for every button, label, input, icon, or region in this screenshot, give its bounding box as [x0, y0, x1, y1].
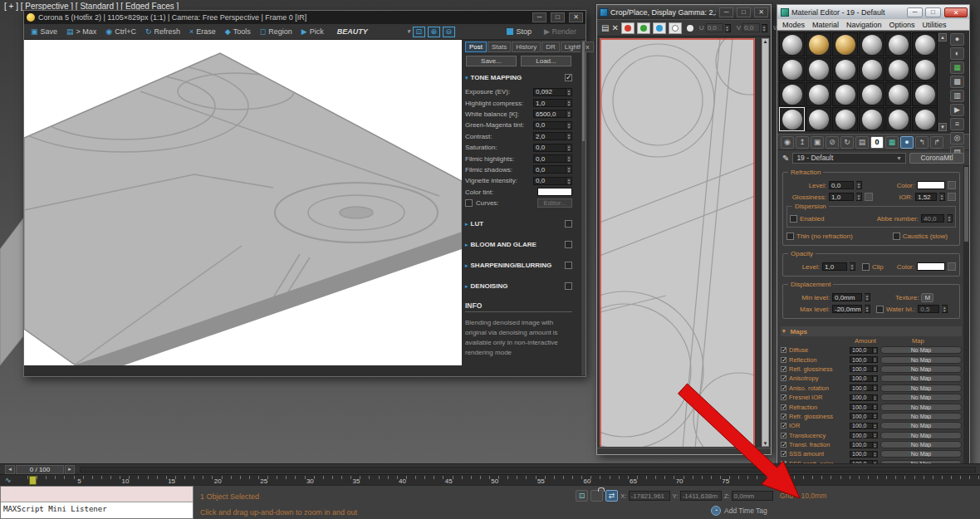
map-slot-button[interactable]: No Map — [880, 356, 962, 364]
map-amount-field[interactable]: 100,0 — [850, 432, 873, 438]
track-bar[interactable]: ∿ 051015202530354045505560657075 — [0, 474, 980, 485]
map-enable-checkbox[interactable] — [781, 385, 786, 391]
displacement-min-field[interactable]: 0,0mm — [832, 293, 862, 301]
maximize-button[interactable]: □ — [925, 7, 941, 17]
map-slot-button[interactable]: No Map — [880, 432, 962, 439]
material-sample-slot[interactable] — [832, 82, 858, 106]
caustics-checkbox[interactable] — [893, 233, 900, 240]
background-icon[interactable]: ▦ — [950, 61, 964, 74]
corona-tab[interactable]: History — [512, 42, 541, 52]
corona-tab[interactable]: Post — [465, 42, 487, 52]
spinner-arrows[interactable] — [873, 451, 878, 458]
map-amount-field[interactable]: 100,0 — [850, 404, 873, 410]
opacity-level-field[interactable]: 1,0 — [822, 262, 847, 271]
corona-toolbar-button[interactable]: ▤ > Max — [62, 27, 100, 37]
current-frame-marker[interactable] — [29, 476, 37, 485]
maximize-button[interactable]: □ — [551, 12, 565, 22]
map-enable-checkbox[interactable] — [781, 404, 786, 410]
assign-material-to-selection-icon[interactable]: ▣ — [811, 136, 824, 149]
material-editor-menu-item[interactable]: Navigation — [846, 21, 882, 29]
material-sample-slot[interactable] — [885, 57, 911, 81]
spinner-arrows[interactable] — [566, 132, 572, 140]
blue-channel-button[interactable] — [653, 22, 666, 34]
listener-script-row[interactable]: MAXScript Mini Listener — [1, 502, 193, 518]
map-amount-field[interactable]: 100,0 — [850, 347, 873, 354]
alpha-channel-button[interactable] — [669, 22, 682, 34]
water-level-checkbox[interactable] — [876, 306, 884, 313]
uvw-value-field[interactable]: 0,0 — [706, 23, 723, 32]
map-amount-field[interactable]: 100,0 — [850, 394, 873, 401]
rendered-image[interactable] — [24, 40, 462, 365]
stop-render-button[interactable]: Stop — [501, 27, 538, 37]
glossiness-map-button[interactable] — [865, 193, 873, 201]
scroll-up-icon[interactable]: ▲ — [938, 33, 947, 42]
options-icon[interactable]: ≡ — [950, 118, 964, 130]
sample-uv-tiling-icon[interactable]: ▩ — [950, 76, 964, 88]
spinner-arrows[interactable] — [873, 423, 878, 429]
put-to-library-icon[interactable]: ▤ — [855, 136, 869, 149]
map-amount-field[interactable]: 100,0 — [850, 413, 873, 419]
spinner-arrows[interactable] — [873, 347, 878, 354]
spinner-arrows[interactable] — [873, 356, 878, 363]
map-slot-button[interactable]: No Map — [880, 413, 962, 420]
time-slider-button[interactable]: 0 / 100 — [16, 465, 64, 474]
map-slot-button[interactable]: No Map — [880, 365, 962, 373]
spinner-arrows[interactable] — [873, 442, 878, 448]
crop-titlebar[interactable]: Crop/Place, Display Gamma: 2,2, RGBA ...… — [597, 5, 771, 19]
spinner-arrows[interactable] — [566, 154, 572, 163]
reset-map-icon[interactable]: ⊘ — [826, 136, 839, 149]
material-sample-slot[interactable] — [885, 32, 911, 56]
map-enable-checkbox[interactable] — [781, 357, 786, 363]
tone-mapping-checkbox[interactable] — [565, 74, 572, 81]
material-sample-slot[interactable] — [779, 82, 805, 106]
selection-lock-icon[interactable] — [590, 490, 603, 502]
refraction-level-field[interactable]: 0,0 — [829, 181, 854, 189]
pick-material-eyedropper-icon[interactable]: ✎ — [782, 154, 789, 163]
refraction-color-map-button[interactable] — [948, 181, 956, 189]
map-amount-field[interactable]: 100,0 — [850, 375, 873, 382]
map-enable-checkbox[interactable] — [781, 442, 786, 448]
material-sample-slot[interactable] — [859, 82, 884, 106]
corona-toolbar-button[interactable]: ▶ Pick — [297, 27, 328, 37]
value-field[interactable]: 1,0 — [533, 99, 566, 107]
color-tint-swatch[interactable] — [537, 188, 572, 196]
corona-tab[interactable]: Stats — [488, 42, 511, 52]
spinner-arrows[interactable] — [566, 88, 572, 96]
close-button[interactable]: ✕ — [754, 7, 768, 17]
spinner-arrows[interactable] — [725, 24, 731, 32]
corona-toolbar-button[interactable]: × Erase — [185, 27, 220, 37]
value-field[interactable]: 0,0 — [533, 144, 566, 152]
material-sample-slot[interactable] — [779, 107, 805, 131]
coordinate-field[interactable]: 0,0mm — [732, 491, 773, 501]
material-sample-slot[interactable] — [859, 57, 884, 81]
go-to-parent-icon[interactable]: ↰ — [915, 136, 929, 149]
spinner-arrows[interactable] — [873, 413, 878, 419]
corona-section-header[interactable]: ▸ DENOISING — [465, 281, 572, 291]
opacity-color-swatch[interactable] — [917, 262, 945, 271]
material-sample-slot[interactable] — [832, 32, 858, 56]
listener-macro-row[interactable] — [1, 487, 193, 502]
map-amount-field[interactable]: 100,0 — [850, 423, 873, 429]
material-sample-slot[interactable] — [832, 57, 858, 81]
material-sample-slot[interactable] — [885, 82, 911, 106]
material-sample-slot[interactable] — [859, 107, 884, 131]
zoom-button[interactable]: ⊕ — [428, 27, 440, 37]
section-checkbox[interactable] — [565, 282, 572, 290]
material-sample-slot[interactable] — [859, 32, 884, 56]
value-field[interactable]: 0,092 — [533, 88, 566, 96]
displacement-max-field[interactable]: -20,0mm — [832, 305, 862, 313]
material-id-channel-icon[interactable]: 0 — [870, 136, 884, 149]
spinner-arrows[interactable] — [566, 110, 572, 118]
show-material-in-viewport-icon[interactable]: ▦ — [885, 136, 899, 149]
value-field[interactable]: 6500,0 — [533, 110, 566, 118]
corona-titlebar[interactable]: Corona 5 (Hotfix 2) | 1105×829px (1:1) |… — [24, 11, 586, 24]
tonemapping-load-button[interactable]: Load... — [521, 56, 571, 66]
show-end-result-icon[interactable]: ● — [900, 136, 914, 149]
spinner-arrows[interactable] — [873, 365, 878, 372]
material-sample-slot[interactable] — [806, 107, 831, 131]
material-sample-slot[interactable] — [832, 107, 858, 131]
minimize-button[interactable]: ─ — [719, 7, 733, 17]
dispersion-enabled-checkbox[interactable] — [790, 215, 797, 223]
isolate-selection-icon[interactable]: ⊡ — [576, 490, 588, 502]
material-sample-slot[interactable] — [885, 107, 911, 131]
